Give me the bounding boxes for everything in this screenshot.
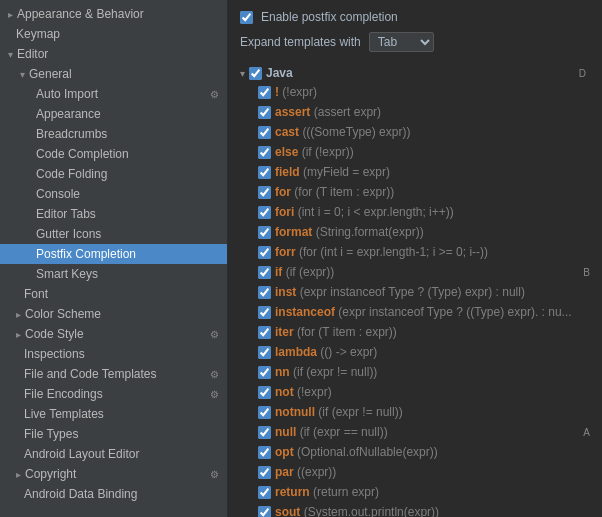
template-checkbox[interactable] <box>258 466 271 479</box>
template-checkbox[interactable] <box>258 206 271 219</box>
enable-postfix-row: Enable postfix completion <box>240 10 590 24</box>
list-item: field (myField = expr) <box>258 162 590 182</box>
sidebar-item-postfix-completion[interactable]: Postfix Completion <box>0 244 227 264</box>
sidebar-item-copyright[interactable]: ▸ Copyright ⚙ <box>0 464 227 484</box>
list-item: not (!expr) <box>258 382 590 402</box>
template-text: lambda (() -> expr) <box>275 343 377 361</box>
template-text: if (if (expr)) <box>275 263 334 281</box>
template-text: format (String.format(expr)) <box>275 223 424 241</box>
sidebar-item-file-types[interactable]: File Types <box>0 424 227 444</box>
sidebar-label: Console <box>36 187 80 201</box>
sidebar-item-gutter-icons[interactable]: Gutter Icons <box>0 224 227 244</box>
template-checkbox[interactable] <box>258 446 271 459</box>
sidebar-item-appearance[interactable]: Appearance <box>0 104 227 124</box>
template-text: null (if (expr == null)) <box>275 423 388 441</box>
expand-templates-label: Expand templates with <box>240 35 361 49</box>
sidebar-label: Editor <box>17 47 48 61</box>
collapse-arrow: ▾ <box>8 49 13 60</box>
sidebar-item-inspections[interactable]: Inspections <box>0 344 227 364</box>
sidebar-item-appearance-behavior[interactable]: ▸ Appearance & Behavior <box>0 4 227 24</box>
template-checkbox[interactable] <box>258 266 271 279</box>
template-text: for (for (T item : expr)) <box>275 183 394 201</box>
expand-templates-select[interactable]: Tab Space Enter <box>369 32 434 52</box>
sidebar-label: Code Completion <box>36 147 129 161</box>
sidebar-label: Font <box>24 287 48 301</box>
list-item: else (if (!expr)) <box>258 142 590 162</box>
template-checkbox[interactable] <box>258 186 271 199</box>
sidebar-item-keymap[interactable]: Keymap <box>0 24 227 44</box>
collapse-arrow: ▸ <box>8 9 13 20</box>
sidebar-item-file-code-templates[interactable]: File and Code Templates ⚙ <box>0 364 227 384</box>
sidebar-label: Smart Keys <box>36 267 98 281</box>
content-panel: Enable postfix completion Expand templat… <box>228 0 602 517</box>
sidebar-item-editor[interactable]: ▾ Editor <box>0 44 227 64</box>
sidebar-item-code-completion[interactable]: Code Completion <box>0 144 227 164</box>
sidebar-item-live-templates[interactable]: Live Templates <box>0 404 227 424</box>
settings-icon: ⚙ <box>210 389 219 400</box>
list-item: nn (if (expr != null)) <box>258 362 590 382</box>
template-checkbox[interactable] <box>258 326 271 339</box>
template-checkbox[interactable] <box>258 146 271 159</box>
template-checkbox[interactable] <box>258 346 271 359</box>
template-checkbox[interactable] <box>258 226 271 239</box>
sidebar-label: Code Folding <box>36 167 107 181</box>
template-checkbox[interactable] <box>258 486 271 499</box>
template-checkbox[interactable] <box>258 306 271 319</box>
settings-icon: ⚙ <box>210 469 219 480</box>
list-item: cast (((SomeType) expr)) <box>258 122 590 142</box>
list-item: opt (Optional.ofNullable(expr)) <box>258 442 590 462</box>
template-text: fori (int i = 0; i < expr.length; i++)) <box>275 203 454 221</box>
java-tree-root[interactable]: ▾ Java D <box>240 64 590 82</box>
settings-icon: ⚙ <box>210 329 219 340</box>
enable-postfix-label[interactable]: Enable postfix completion <box>261 10 398 24</box>
list-item: assert (assert expr) <box>258 102 590 122</box>
right-indicator-a: A <box>583 425 590 440</box>
template-text: cast (((SomeType) expr)) <box>275 123 410 141</box>
enable-postfix-checkbox[interactable] <box>240 11 253 24</box>
sidebar-item-color-scheme[interactable]: ▸ Color Scheme <box>0 304 227 324</box>
template-text: return (return expr) <box>275 483 379 501</box>
sidebar-item-editor-tabs[interactable]: Editor Tabs <box>0 204 227 224</box>
sidebar-item-font[interactable]: Font <box>0 284 227 304</box>
java-section-checkbox[interactable] <box>249 67 262 80</box>
sidebar: ▸ Appearance & Behavior Keymap ▾ Editor … <box>0 0 228 517</box>
template-checkbox[interactable] <box>258 286 271 299</box>
template-checkbox[interactable] <box>258 406 271 419</box>
sidebar-item-android-data-binding[interactable]: Android Data Binding <box>0 484 227 504</box>
right-indicator: B <box>583 265 590 280</box>
template-text: iter (for (T item : expr)) <box>275 323 397 341</box>
sidebar-label: File Types <box>24 427 78 441</box>
template-checkbox[interactable] <box>258 426 271 439</box>
list-item: forr (for (int i = expr.length-1; i >= 0… <box>258 242 590 262</box>
sidebar-item-android-layout-editor[interactable]: Android Layout Editor <box>0 444 227 464</box>
template-checkbox[interactable] <box>258 166 271 179</box>
template-checkbox[interactable] <box>258 126 271 139</box>
sidebar-item-auto-import[interactable]: Auto Import ⚙ <box>0 84 227 104</box>
collapse-arrow: ▸ <box>16 309 21 320</box>
template-checkbox[interactable] <box>258 86 271 99</box>
sidebar-label: File Encodings <box>24 387 103 401</box>
sidebar-item-code-style[interactable]: ▸ Code Style ⚙ <box>0 324 227 344</box>
list-item: sout (System.out.println(expr)) <box>258 502 590 517</box>
sidebar-item-console[interactable]: Console <box>0 184 227 204</box>
list-item: ! (!expr) <box>258 82 590 102</box>
list-item: null (if (expr == null)) A <box>258 422 590 442</box>
template-text: not (!expr) <box>275 383 332 401</box>
sidebar-label: Live Templates <box>24 407 104 421</box>
template-checkbox[interactable] <box>258 506 271 518</box>
sidebar-label: Postfix Completion <box>36 247 136 261</box>
template-checkbox[interactable] <box>258 366 271 379</box>
sidebar-item-breadcrumbs[interactable]: Breadcrumbs <box>0 124 227 144</box>
template-checkbox[interactable] <box>258 386 271 399</box>
sidebar-item-file-encodings[interactable]: File Encodings ⚙ <box>0 384 227 404</box>
list-item: iter (for (T item : expr)) <box>258 322 590 342</box>
sidebar-label: Inspections <box>24 347 85 361</box>
sidebar-label: Auto Import <box>36 87 98 101</box>
template-checkbox[interactable] <box>258 246 271 259</box>
sidebar-item-code-folding[interactable]: Code Folding <box>0 164 227 184</box>
java-scroll-indicator: D <box>579 68 590 79</box>
sidebar-item-smart-keys[interactable]: Smart Keys <box>0 264 227 284</box>
template-checkbox[interactable] <box>258 106 271 119</box>
sidebar-item-general[interactable]: ▾ General <box>0 64 227 84</box>
java-section-label[interactable]: Java <box>266 66 293 80</box>
